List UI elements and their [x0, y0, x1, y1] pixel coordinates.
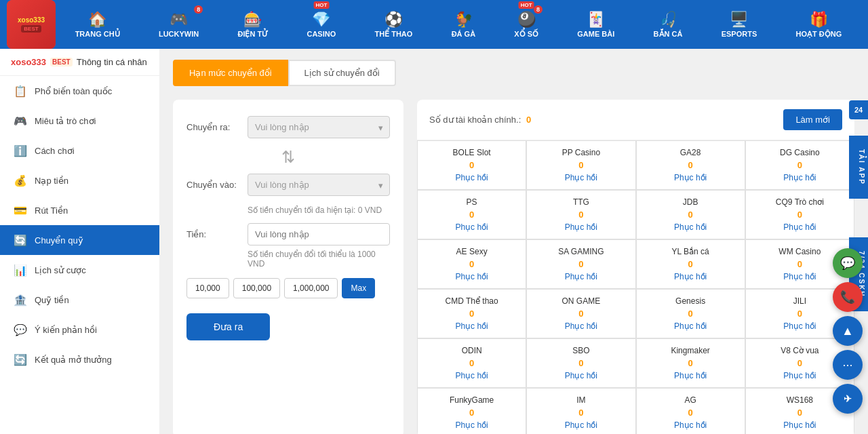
- game-amount: 0: [532, 160, 629, 170]
- chuyen-vao-label: Chuyển vào:: [186, 180, 248, 190]
- game-name: YL Bắn cá: [642, 247, 739, 256]
- balance-display: Số dư tài khoản chính.: 0: [429, 115, 534, 125]
- game-name: Kingmaker: [642, 346, 739, 355]
- game-restore-btn[interactable]: Phục hồi: [642, 272, 739, 281]
- logo-best: BEST: [21, 25, 41, 33]
- quick-btn-10k[interactable]: 10,000: [186, 278, 229, 298]
- arrow-up-float-btn[interactable]: ▲: [833, 316, 863, 346]
- nav-item-ban-ca[interactable]: 🎣 BẮN CÁ: [648, 0, 688, 49]
- game-name: DG Casino: [751, 148, 848, 157]
- min-hint: Số tiền chuyển đổi tối thiểu là 1000 VND: [186, 250, 390, 269]
- sidebar-item-chuyen-quy[interactable]: 🔄 Chuyển quỹ: [0, 225, 159, 255]
- sidebar-label-cach-choi: Cách chơi: [35, 146, 75, 156]
- nav-label-da-ga: ĐÁ GÀ: [452, 30, 475, 38]
- game-restore-btn[interactable]: Phục hồi: [642, 420, 739, 430]
- game-restore-btn[interactable]: Phục hồi: [532, 272, 629, 281]
- chat24-btn[interactable]: 24: [849, 100, 868, 119]
- sidebar-item-rut-tien[interactable]: 💳 Rút Tiền: [0, 195, 159, 225]
- chuyen-vao-select[interactable]: Vui lòng nhập: [248, 174, 390, 196]
- game-restore-btn[interactable]: Phục hồi: [423, 222, 520, 232]
- game-name: CQ9 Trò chơi: [751, 197, 848, 207]
- nav-item-dien-tu[interactable]: 🎰 ĐIỆN TỬ: [232, 0, 273, 49]
- game-amount: 0: [642, 358, 739, 368]
- dots-float-btn[interactable]: ···: [833, 350, 863, 380]
- sidebar-header: xoso333 BEST Thông tin cá nhân: [0, 49, 159, 76]
- game-restore-btn[interactable]: Phục hồi: [751, 371, 848, 380]
- refresh-button[interactable]: Làm mới: [783, 109, 842, 130]
- message-float-btn[interactable]: 💬: [833, 248, 863, 278]
- nav-item-game-bai[interactable]: 🃏 GAME BÀI: [572, 0, 620, 49]
- sidebar-item-ket-qua[interactable]: 🔄 Kết quả mở thưởng: [0, 344, 159, 374]
- game-restore-btn[interactable]: Phục hồi: [423, 173, 520, 182]
- game-restore-btn[interactable]: Phục hồi: [423, 272, 520, 281]
- game-cell: CQ9 Trò chơi 0 Phục hồi: [745, 190, 854, 239]
- game-name: V8 Cờ vua: [751, 346, 848, 355]
- nav-label-xo-so: XỔ SỐ: [514, 30, 538, 39]
- sidebar-item-mieu-ta[interactable]: 🎮 Miêu tả trò chơi: [0, 106, 159, 136]
- game-restore-btn[interactable]: Phục hồi: [751, 272, 848, 281]
- phone-float-btn[interactable]: 📞: [833, 282, 863, 312]
- chuyen-vao-row: Chuyển vào: Vui lòng nhập: [186, 174, 390, 196]
- nav-item-esports[interactable]: 🖥️ ESPORTS: [716, 0, 763, 49]
- chuyen-ra-select[interactable]: Vui lòng nhập: [248, 116, 390, 138]
- game-restore-btn[interactable]: Phục hồi: [423, 321, 520, 331]
- game-restore-btn[interactable]: Phục hồi: [751, 173, 848, 182]
- tab-han-muc[interactable]: Hạn mức chuyển đổi: [173, 60, 288, 86]
- game-restore-btn[interactable]: Phục hồi: [642, 321, 739, 331]
- tien-input[interactable]: [248, 223, 390, 245]
- game-restore-btn[interactable]: Phục hồi: [423, 371, 520, 380]
- game-name: AE Sexy: [423, 247, 520, 256]
- sidebar-label-nap-tien: Nạp tiền: [35, 176, 68, 186]
- nav-label-luckywin: LUCKYWIN: [159, 30, 199, 38]
- quick-btn-1m[interactable]: 1,000,000: [284, 278, 338, 298]
- quick-btn-max[interactable]: Max: [342, 278, 375, 298]
- game-restore-btn[interactable]: Phục hồi: [751, 420, 848, 430]
- nav-item-trang-chu[interactable]: 🏠 TRANG CHỦ: [70, 0, 125, 49]
- nav-item-xo-so[interactable]: 8 HOT 🎱 XỔ SỐ: [509, 0, 544, 49]
- game-cell: Kingmaker 0 Phục hồi: [636, 338, 745, 388]
- game-restore-btn[interactable]: Phục hồi: [642, 222, 739, 232]
- game-name: CMD Thể thao: [423, 296, 520, 306]
- balance-label: Số dư tài khoản chính.:: [429, 115, 521, 125]
- tab-lich-su[interactable]: Lịch sử chuyển đổi: [288, 60, 396, 86]
- game-restore-btn[interactable]: Phục hồi: [532, 173, 629, 182]
- quick-btn-100k[interactable]: 100,000: [233, 278, 280, 298]
- sidebar-item-pho-bien[interactable]: 📋 Phổ biến toàn quốc: [0, 76, 159, 106]
- send-float-btn[interactable]: ✈: [833, 384, 863, 414]
- game-restore-btn[interactable]: Phục hồi: [532, 222, 629, 232]
- sidebar: xoso333 BEST Thông tin cá nhân 📋 Phổ biế…: [0, 49, 159, 434]
- nav-item-the-thao[interactable]: ⚽ THỂ THAO: [369, 0, 418, 49]
- game-restore-btn[interactable]: Phục hồi: [532, 420, 629, 430]
- sidebar-item-cach-choi[interactable]: ℹ️ Cách chơi: [0, 136, 159, 165]
- sidebar-label-lich-su-cuoc: Lịch sử cược: [35, 265, 86, 275]
- game-restore-btn[interactable]: Phục hồi: [751, 222, 848, 232]
- nav-item-da-ga[interactable]: 🐓 ĐÁ GÀ: [446, 0, 481, 49]
- nav-item-luckywin[interactable]: 8 🎮 LUCKYWIN: [153, 0, 204, 49]
- luckywin-icon: 🎮: [170, 11, 188, 28]
- game-restore-btn[interactable]: Phục hồi: [642, 371, 739, 380]
- main-content: Hạn mức chuyển đổi Lịch sử chuyển đổi Ch…: [159, 49, 868, 434]
- game-restore-btn[interactable]: Phục hồi: [642, 173, 739, 182]
- mieu-ta-icon: 🎮: [13, 113, 28, 128]
- game-cell: ODIN 0 Phục hồi: [417, 338, 526, 388]
- game-amount: 0: [751, 160, 848, 170]
- game-restore-btn[interactable]: Phục hồi: [423, 420, 520, 430]
- game-amount: 0: [642, 408, 739, 418]
- ket-qua-icon: 🔄: [13, 352, 28, 367]
- game-restore-btn[interactable]: Phục hồi: [532, 371, 629, 380]
- sidebar-item-nap-tien[interactable]: 💰 Nạp tiền: [0, 165, 159, 195]
- sidebar-item-y-kien[interactable]: 💬 Ý kiến phản hồi: [0, 315, 159, 344]
- sidebar-item-lich-su-cuoc[interactable]: 📊 Lịch sử cược: [0, 255, 159, 285]
- game-restore-btn[interactable]: Phục hồi: [532, 321, 629, 331]
- game-name: ON GAME: [532, 296, 629, 306]
- logo[interactable]: xoso333 BEST: [7, 0, 56, 49]
- nav-label-ban-ca: BẮN CÁ: [654, 30, 683, 39]
- tai-app-btn[interactable]: TẢI APP: [849, 136, 868, 199]
- nav-item-casino[interactable]: HOT 💎 CASINO: [301, 0, 341, 49]
- game-name: FunkyGame: [423, 395, 520, 405]
- nav-item-hoat-dong[interactable]: 🎁 HOẠT ĐỘNG: [790, 0, 847, 49]
- game-amount: 0: [642, 210, 739, 220]
- dien-tu-icon: 🎰: [243, 11, 262, 28]
- sidebar-item-quy-tien[interactable]: 🏦 Quỹ tiền: [0, 285, 159, 315]
- submit-button[interactable]: Đưa ra: [186, 313, 270, 340]
